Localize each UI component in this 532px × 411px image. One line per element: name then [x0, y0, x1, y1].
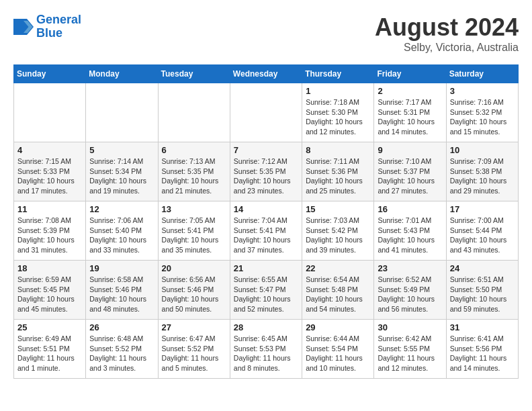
weekday-header: Tuesday — [158, 65, 230, 83]
day-info: Sunrise: 7:06 AMSunset: 5:40 PMDaylight:… — [89, 216, 154, 255]
day-number: 7 — [234, 145, 298, 155]
day-number: 27 — [162, 322, 226, 332]
calendar-cell: 29Sunrise: 6:44 AMSunset: 5:54 PMDayligh… — [302, 320, 374, 379]
day-info: Sunrise: 6:42 AMSunset: 5:55 PMDaylight:… — [378, 334, 442, 373]
calendar-cell: 10Sunrise: 7:09 AMSunset: 5:38 PMDayligh… — [446, 142, 518, 201]
calendar-week-row: 18Sunrise: 6:59 AMSunset: 5:45 PMDayligh… — [14, 261, 519, 320]
day-number: 6 — [162, 145, 226, 155]
day-info: Sunrise: 7:14 AMSunset: 5:34 PMDaylight:… — [89, 156, 154, 196]
day-info: Sunrise: 7:16 AMSunset: 5:32 PMDaylight:… — [450, 97, 515, 137]
calendar-cell: 8Sunrise: 7:11 AMSunset: 5:36 PMDaylight… — [302, 142, 374, 201]
day-number: 15 — [306, 204, 370, 214]
day-number: 28 — [234, 322, 298, 332]
calendar-cell: 28Sunrise: 6:45 AMSunset: 5:53 PMDayligh… — [230, 320, 302, 379]
logo: General Blue — [13, 13, 81, 40]
day-info: Sunrise: 6:45 AMSunset: 5:53 PMDaylight:… — [234, 334, 298, 373]
day-info: Sunrise: 6:55 AMSunset: 5:47 PMDaylight:… — [234, 275, 298, 314]
day-number: 31 — [450, 322, 515, 332]
calendar-cell: 11Sunrise: 7:08 AMSunset: 5:39 PMDayligh… — [14, 201, 86, 261]
calendar-cell — [158, 83, 230, 142]
day-number: 30 — [378, 322, 442, 332]
calendar-cell: 14Sunrise: 7:04 AMSunset: 5:41 PMDayligh… — [230, 201, 302, 261]
weekday-header: Wednesday — [230, 65, 302, 83]
day-info: Sunrise: 7:13 AMSunset: 5:35 PMDaylight:… — [162, 156, 226, 196]
calendar-cell: 2Sunrise: 7:17 AMSunset: 5:31 PMDaylight… — [374, 83, 446, 142]
day-info: Sunrise: 6:44 AMSunset: 5:54 PMDaylight:… — [306, 334, 370, 373]
calendar-cell — [14, 83, 86, 142]
day-number: 17 — [450, 204, 515, 214]
calendar-cell — [86, 83, 158, 142]
calendar-cell: 30Sunrise: 6:42 AMSunset: 5:55 PMDayligh… — [374, 320, 446, 379]
day-number: 11 — [17, 204, 82, 214]
logo-text: General Blue — [36, 13, 81, 40]
calendar-cell: 27Sunrise: 6:47 AMSunset: 5:52 PMDayligh… — [158, 320, 230, 379]
weekday-header: Saturday — [446, 65, 518, 83]
calendar-cell: 9Sunrise: 7:10 AMSunset: 5:37 PMDaylight… — [374, 142, 446, 201]
day-info: Sunrise: 6:41 AMSunset: 5:56 PMDaylight:… — [450, 334, 515, 373]
day-info: Sunrise: 6:52 AMSunset: 5:49 PMDaylight:… — [378, 275, 442, 314]
calendar-cell: 26Sunrise: 6:48 AMSunset: 5:52 PMDayligh… — [86, 320, 158, 379]
day-number: 2 — [378, 86, 442, 96]
day-number: 23 — [378, 263, 442, 273]
day-info: Sunrise: 7:11 AMSunset: 5:36 PMDaylight:… — [306, 156, 370, 196]
day-info: Sunrise: 6:58 AMSunset: 5:46 PMDaylight:… — [89, 275, 154, 314]
day-number: 16 — [378, 204, 442, 214]
day-number: 12 — [89, 204, 154, 214]
weekday-header-row: SundayMondayTuesdayWednesdayThursdayFrid… — [14, 65, 519, 83]
calendar-cell: 25Sunrise: 6:49 AMSunset: 5:51 PMDayligh… — [14, 320, 86, 379]
day-number: 4 — [17, 145, 82, 155]
day-number: 3 — [450, 86, 515, 96]
day-info: Sunrise: 7:08 AMSunset: 5:39 PMDaylight:… — [17, 216, 82, 255]
day-info: Sunrise: 6:49 AMSunset: 5:51 PMDaylight:… — [17, 334, 82, 373]
calendar-cell: 23Sunrise: 6:52 AMSunset: 5:49 PMDayligh… — [374, 261, 446, 320]
day-number: 18 — [17, 263, 82, 273]
calendar-cell: 22Sunrise: 6:54 AMSunset: 5:48 PMDayligh… — [302, 261, 374, 320]
weekday-header: Thursday — [302, 65, 374, 83]
day-info: Sunrise: 7:18 AMSunset: 5:30 PMDaylight:… — [306, 97, 370, 137]
day-number: 21 — [234, 263, 298, 273]
day-number: 10 — [450, 145, 515, 155]
calendar-table: SundayMondayTuesdayWednesdayThursdayFrid… — [13, 64, 519, 379]
calendar-week-row: 11Sunrise: 7:08 AMSunset: 5:39 PMDayligh… — [14, 201, 519, 261]
weekday-header: Friday — [374, 65, 446, 83]
calendar-cell: 17Sunrise: 7:00 AMSunset: 5:44 PMDayligh… — [446, 201, 518, 261]
day-info: Sunrise: 6:56 AMSunset: 5:46 PMDaylight:… — [162, 275, 226, 314]
page-header: General Blue August 2024 Selby, Victoria… — [13, 13, 519, 54]
day-info: Sunrise: 7:12 AMSunset: 5:35 PMDaylight:… — [234, 156, 298, 196]
logo-line1: General — [36, 13, 81, 26]
calendar-week-row: 4Sunrise: 7:15 AMSunset: 5:33 PMDaylight… — [14, 142, 519, 201]
calendar-cell: 31Sunrise: 6:41 AMSunset: 5:56 PMDayligh… — [446, 320, 518, 379]
day-info: Sunrise: 7:10 AMSunset: 5:37 PMDaylight:… — [378, 156, 442, 196]
day-info: Sunrise: 6:54 AMSunset: 5:48 PMDaylight:… — [306, 275, 370, 314]
calendar-cell: 21Sunrise: 6:55 AMSunset: 5:47 PMDayligh… — [230, 261, 302, 320]
weekday-header: Monday — [86, 65, 158, 83]
calendar-week-row: 1Sunrise: 7:18 AMSunset: 5:30 PMDaylight… — [14, 83, 519, 142]
calendar-cell: 20Sunrise: 6:56 AMSunset: 5:46 PMDayligh… — [158, 261, 230, 320]
calendar-cell: 19Sunrise: 6:58 AMSunset: 5:46 PMDayligh… — [86, 261, 158, 320]
day-info: Sunrise: 7:03 AMSunset: 5:42 PMDaylight:… — [306, 216, 370, 255]
day-number: 24 — [450, 263, 515, 273]
day-number: 20 — [162, 263, 226, 273]
title-block: August 2024 Selby, Victoria, Australia — [375, 13, 519, 54]
calendar-cell: 16Sunrise: 7:01 AMSunset: 5:43 PMDayligh… — [374, 201, 446, 261]
day-info: Sunrise: 6:48 AMSunset: 5:52 PMDaylight:… — [89, 334, 154, 373]
logo-icon — [13, 19, 34, 35]
location: Selby, Victoria, Australia — [375, 42, 519, 54]
day-info: Sunrise: 7:04 AMSunset: 5:41 PMDaylight:… — [234, 216, 298, 255]
day-number: 9 — [378, 145, 442, 155]
day-info: Sunrise: 7:17 AMSunset: 5:31 PMDaylight:… — [378, 97, 442, 137]
day-number: 8 — [306, 145, 370, 155]
day-number: 25 — [17, 322, 82, 332]
calendar-cell: 6Sunrise: 7:13 AMSunset: 5:35 PMDaylight… — [158, 142, 230, 201]
day-info: Sunrise: 6:59 AMSunset: 5:45 PMDaylight:… — [17, 275, 82, 314]
calendar-cell: 7Sunrise: 7:12 AMSunset: 5:35 PMDaylight… — [230, 142, 302, 201]
day-number: 13 — [162, 204, 226, 214]
calendar-cell: 4Sunrise: 7:15 AMSunset: 5:33 PMDaylight… — [14, 142, 86, 201]
calendar-cell: 3Sunrise: 7:16 AMSunset: 5:32 PMDaylight… — [446, 83, 518, 142]
calendar-week-row: 25Sunrise: 6:49 AMSunset: 5:51 PMDayligh… — [14, 320, 519, 379]
day-info: Sunrise: 7:00 AMSunset: 5:44 PMDaylight:… — [450, 216, 515, 255]
day-number: 5 — [89, 145, 154, 155]
day-info: Sunrise: 7:01 AMSunset: 5:43 PMDaylight:… — [378, 216, 442, 255]
calendar-cell: 15Sunrise: 7:03 AMSunset: 5:42 PMDayligh… — [302, 201, 374, 261]
logo-line2: Blue — [36, 26, 62, 40]
